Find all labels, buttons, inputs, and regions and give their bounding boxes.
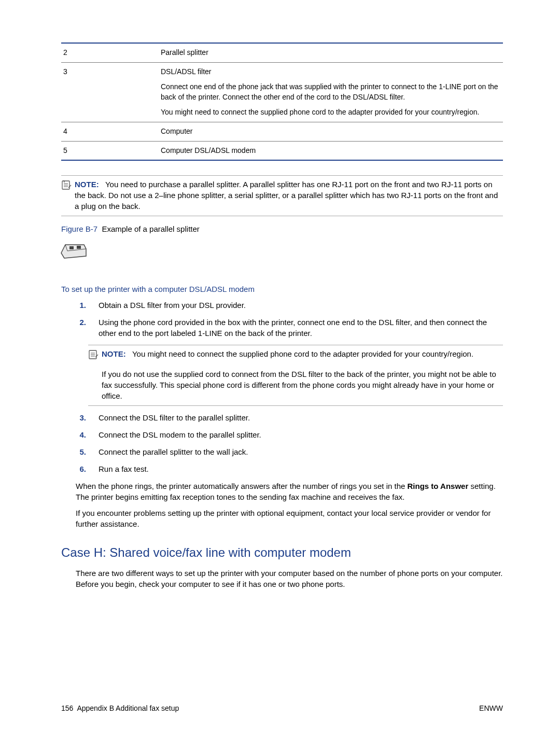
table-row: 3 DSL/ADSL filter Connect one end of the… — [61, 62, 503, 122]
row3-line1: DSL/ADSL filter — [161, 67, 501, 77]
setup-subheading: To set up the printer with a computer DS… — [61, 284, 503, 294]
step-num: 3. — [76, 412, 86, 423]
case-h-text: There are two different ways to set up t… — [76, 568, 503, 589]
list-item: 4. Connect the DSL modem to the parallel… — [76, 429, 503, 440]
paragraph-rings: When the phone rings, the printer automa… — [76, 481, 503, 502]
note-body: You might need to connect the supplied p… — [132, 349, 473, 358]
row3-line2: Connect one end of the phone jack that w… — [161, 82, 501, 102]
step-num: 6. — [76, 463, 86, 474]
svg-rect-2 — [77, 246, 81, 249]
parallel-splitter-image — [58, 237, 503, 263]
note-text-2: NOTE: You might need to connect the supp… — [102, 348, 503, 359]
note-label: NOTE: — [75, 180, 99, 189]
row-desc: Computer DSL/ADSL modem — [159, 141, 503, 160]
note-icon — [88, 349, 99, 362]
note-icon — [61, 180, 72, 193]
note-label: NOTE: — [102, 349, 126, 358]
row-num: 5 — [61, 141, 159, 160]
page-number: 156 — [61, 704, 73, 712]
row-num: 3 — [61, 62, 159, 122]
page-footer: 156 Appendix B Additional fax setup ENWW — [61, 704, 503, 714]
note-block-2: NOTE: You might need to connect the supp… — [88, 345, 503, 406]
row-desc: Computer — [159, 122, 503, 141]
row3-line3: You might need to connect the supplied p… — [161, 107, 501, 118]
svg-rect-1 — [69, 246, 74, 249]
step-text: Connect the parallel splitter to the wal… — [99, 446, 503, 457]
inner-note-extra: If you do not use the supplied cord to c… — [102, 369, 503, 401]
figure-caption: Figure B-7 Example of a parallel splitte… — [61, 223, 503, 234]
figure-text: Example of a parallel splitter — [102, 224, 199, 233]
list-item: 2. Using the phone cord provided in the … — [76, 317, 503, 339]
footer-right: ENWW — [479, 704, 503, 714]
step-text: Run a fax test. — [99, 463, 503, 474]
step-text: Connect the DSL filter to the parallel s… — [99, 412, 503, 423]
note-text-1: NOTE: You need to purchase a parallel sp… — [75, 179, 503, 212]
list-item: 1. Obtain a DSL filter from your DSL pro… — [76, 300, 503, 311]
list-item: 6. Run a fax test. — [76, 463, 503, 474]
table-row: 2 Parallel splitter — [61, 43, 503, 62]
row-num: 4 — [61, 122, 159, 141]
note-block-1: NOTE: You need to purchase a parallel sp… — [61, 175, 503, 216]
step-num: 1. — [76, 300, 86, 311]
row-desc: DSL/ADSL filter Connect one end of the p… — [159, 62, 503, 122]
row-num: 2 — [61, 43, 159, 62]
callout-table: 2 Parallel splitter 3 DSL/ADSL filter Co… — [61, 43, 503, 161]
step-num: 2. — [76, 317, 86, 328]
case-h-heading: Case H: Shared voice/fax line with compu… — [61, 544, 503, 561]
table-row: 4 Computer — [61, 122, 503, 141]
step-text: Obtain a DSL filter from your DSL provid… — [99, 300, 503, 311]
paragraph-contact: If you encounter problems setting up the… — [76, 508, 503, 529]
footer-left: 156 Appendix B Additional fax setup — [61, 704, 179, 714]
list-item: 3. Connect the DSL filter to the paralle… — [76, 412, 503, 423]
rings-to-answer-bold: Rings to Answer — [408, 482, 469, 490]
steps-list: 1. Obtain a DSL filter from your DSL pro… — [76, 300, 503, 339]
note-body: You need to purchase a parallel splitter… — [75, 180, 498, 210]
step-num: 5. — [76, 446, 86, 457]
row-desc: Parallel splitter — [159, 43, 503, 62]
steps-list-continued: 3. Connect the DSL filter to the paralle… — [76, 412, 503, 474]
figure-label: Figure B-7 — [61, 224, 97, 233]
list-item: 5. Connect the parallel splitter to the … — [76, 446, 503, 457]
para1-pre: When the phone rings, the printer automa… — [76, 482, 408, 490]
appendix-label: Appendix B Additional fax setup — [77, 704, 179, 712]
step-text: Connect the DSL modem to the parallel sp… — [99, 429, 503, 440]
table-row: 5 Computer DSL/ADSL modem — [61, 141, 503, 160]
step-text: Using the phone cord provided in the box… — [99, 317, 503, 339]
step-num: 4. — [76, 429, 86, 440]
